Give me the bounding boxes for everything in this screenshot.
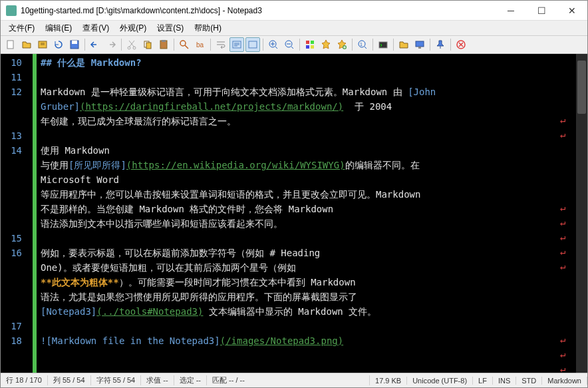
- status-encoding[interactable]: Unicode (UTF-8): [407, 377, 473, 385]
- status-val[interactable]: 求值 --: [141, 375, 174, 385]
- word-wrap-icon[interactable]: [214, 37, 228, 52]
- status-size[interactable]: 17.9 KB: [370, 377, 407, 385]
- app-window: 10getting-started.md [D:\gits\markdown\c…: [0, 0, 588, 388]
- svg-rect-7: [146, 43, 151, 49]
- status-match[interactable]: 匹配 -- / --: [207, 375, 370, 385]
- folder-icon[interactable]: [396, 37, 411, 52]
- svg-rect-16: [306, 41, 309, 44]
- status-sel[interactable]: 选定 --: [174, 375, 207, 385]
- editor-area[interactable]: 10 11 12 13 14 15 16 17 18 ## 什么是 Markdo…: [1, 54, 587, 373]
- line-numbers: 10 11 12 13 14 15 16 17 18: [1, 54, 26, 373]
- titlebar[interactable]: 10getting-started.md [D:\gits\markdown\c…: [1, 1, 587, 21]
- statusbar: 行 18 / 170 列 55 / 54 字符 55 / 54 求值 -- 选定…: [1, 373, 587, 387]
- menu-file[interactable]: 文件(F): [3, 21, 40, 35]
- replace-icon[interactable]: ba: [193, 37, 208, 52]
- svg-rect-9: [162, 40, 166, 42]
- zoom-in-icon[interactable]: [266, 37, 281, 52]
- svg-rect-0: [7, 41, 13, 49]
- save-icon[interactable]: [67, 37, 82, 52]
- scrollbar-thumb[interactable]: [577, 61, 586, 114]
- window-title: 10getting-started.md [D:\gits\markdown\c…: [21, 6, 496, 15]
- svg-rect-23: [379, 42, 387, 48]
- menu-help[interactable]: 帮助(H): [189, 21, 227, 35]
- clear-icon[interactable]: [454, 37, 468, 52]
- cut-icon[interactable]: [124, 37, 139, 52]
- svg-rect-24: [416, 41, 424, 47]
- svg-text:ba: ba: [196, 41, 204, 49]
- copy-icon[interactable]: [140, 37, 155, 52]
- customize-icon[interactable]: [319, 37, 333, 52]
- find-icon[interactable]: [177, 37, 192, 52]
- monitor-icon[interactable]: [412, 37, 427, 52]
- menu-settings[interactable]: 设置(S): [152, 21, 189, 35]
- redo-icon[interactable]: [104, 37, 118, 52]
- scheme-icon[interactable]: [303, 37, 317, 52]
- code-content[interactable]: ## 什么是 Markdown? Markdown 是一种轻量级标记语言，可用于…: [37, 54, 576, 373]
- menu-view[interactable]: 查看(V): [77, 21, 114, 35]
- svg-point-10: [180, 41, 186, 46]
- menu-appearance[interactable]: 外观(P): [114, 21, 152, 35]
- history-icon[interactable]: [35, 37, 50, 52]
- execute-icon[interactable]: [376, 37, 390, 52]
- status-ins[interactable]: INS: [493, 377, 516, 385]
- open-file-icon[interactable]: [19, 37, 34, 52]
- status-char[interactable]: 字符 55 / 54: [91, 375, 142, 385]
- svg-rect-13: [249, 41, 257, 48]
- menubar: 文件(F) 编辑(E) 查看(V) 外观(P) 设置(S) 帮助(H): [1, 21, 587, 35]
- menu-edit[interactable]: 编辑(E): [40, 21, 77, 35]
- toolbar: ba 1: [1, 35, 587, 54]
- status-line[interactable]: 行 18 / 170: [1, 375, 48, 385]
- minimize-button[interactable]: ─: [496, 1, 526, 21]
- show-indent-icon[interactable]: [245, 37, 260, 52]
- svg-rect-19: [311, 45, 314, 49]
- svg-rect-3: [72, 41, 77, 44]
- new-file-icon[interactable]: [3, 37, 18, 52]
- svg-rect-25: [418, 47, 421, 49]
- svg-text:1: 1: [360, 42, 363, 47]
- paste-icon[interactable]: [156, 37, 171, 52]
- undo-icon[interactable]: [88, 37, 102, 52]
- zoom-out-icon[interactable]: [282, 37, 297, 52]
- close-button[interactable]: ✕: [557, 1, 587, 21]
- maximize-button[interactable]: ☐: [526, 1, 557, 21]
- status-eol[interactable]: LF: [473, 377, 493, 385]
- vertical-scrollbar[interactable]: [576, 54, 587, 373]
- app-icon: [6, 5, 17, 16]
- status-col[interactable]: 列 55 / 54: [48, 375, 91, 385]
- zoom-reset-icon[interactable]: 1: [355, 37, 370, 52]
- revert-icon[interactable]: [51, 37, 66, 52]
- wrap-indicators: ↵↵ ↵↵↵↵↵ ↵↵↵↵: [560, 54, 569, 373]
- marker-margin: [26, 54, 33, 373]
- show-whitespace-icon[interactable]: [229, 37, 244, 52]
- pin-icon[interactable]: [433, 37, 448, 52]
- svg-rect-17: [311, 41, 314, 44]
- status-lang[interactable]: Markdown: [542, 377, 587, 385]
- status-std[interactable]: STD: [516, 377, 542, 385]
- svg-rect-18: [306, 45, 309, 49]
- favorites-icon[interactable]: [335, 37, 349, 52]
